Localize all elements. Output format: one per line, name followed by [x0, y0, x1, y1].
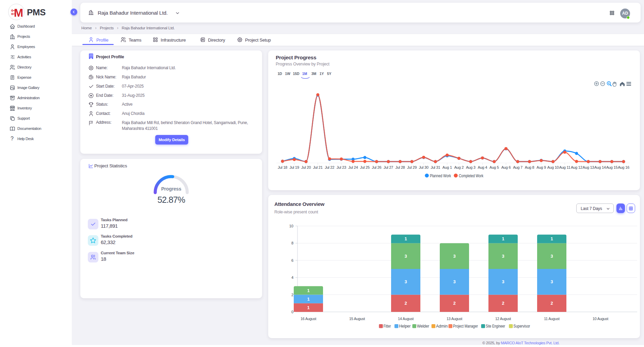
svg-text:Jul 26: Jul 26 [372, 165, 381, 169]
svg-text:Aug 3: Aug 3 [466, 165, 476, 169]
svg-text:0: 0 [291, 310, 293, 314]
svg-text:10 August: 10 August [593, 317, 608, 321]
svg-text:14 August: 14 August [398, 317, 414, 321]
svg-text:6: 6 [291, 258, 293, 262]
svg-text:1: 1 [404, 236, 407, 241]
svg-text:15 August: 15 August [349, 317, 365, 321]
svg-text:Jul 23: Jul 23 [337, 165, 346, 169]
svg-text:3: 3 [502, 279, 504, 284]
svg-text:1: 1 [502, 236, 504, 241]
svg-text:Admin: Admin [436, 324, 448, 329]
svg-text:Completed Work: Completed Work [459, 174, 484, 178]
svg-text:2: 2 [404, 301, 407, 306]
svg-text:Aug 13: Aug 13 [583, 165, 594, 169]
svg-text:16 August: 16 August [301, 317, 316, 321]
svg-text:Aug 9: Aug 9 [536, 165, 546, 169]
svg-text:3: 3 [502, 254, 504, 259]
svg-text:13 August: 13 August [447, 317, 462, 321]
svg-text:Aug 4: Aug 4 [478, 165, 487, 169]
svg-text:Jul 22: Jul 22 [325, 165, 334, 169]
svg-text:Aug 6: Aug 6 [501, 165, 511, 169]
svg-text:3: 3 [550, 279, 553, 284]
svg-text:4: 4 [291, 275, 293, 280]
svg-text:Jul 29: Jul 29 [407, 165, 417, 169]
svg-text:2: 2 [453, 301, 455, 306]
svg-text:3: 3 [404, 279, 407, 284]
svg-text:Aug 10: Aug 10 [547, 165, 559, 169]
svg-text:Jul 27: Jul 27 [384, 165, 393, 169]
svg-text:1: 1 [307, 305, 309, 310]
svg-text:2: 2 [291, 293, 293, 297]
svg-text:M: M [14, 6, 23, 19]
svg-text:Jul 25: Jul 25 [360, 165, 370, 169]
svg-text:Aug 14: Aug 14 [594, 165, 606, 169]
svg-text:Site Engineer: Site Engineer [486, 324, 505, 329]
svg-text:Jul 28: Jul 28 [395, 165, 405, 169]
svg-text:Fitter: Fitter [384, 324, 391, 329]
svg-text:Aug 1: Aug 1 [442, 165, 452, 169]
svg-text:Jul 31: Jul 31 [431, 165, 440, 169]
svg-text:Welder: Welder [417, 324, 429, 329]
svg-text:Aug 15: Aug 15 [606, 165, 618, 169]
svg-text:2: 2 [502, 301, 504, 306]
svg-text:Jul 18: Jul 18 [278, 165, 287, 169]
svg-text:Aug 12: Aug 12 [571, 165, 582, 169]
svg-text:Project Manager: Project Manager [453, 324, 478, 329]
svg-text:Planned Work: Planned Work [430, 174, 451, 178]
svg-text:Jul 21: Jul 21 [313, 165, 323, 169]
svg-text:Aug 16: Aug 16 [618, 165, 629, 169]
svg-text:Jul 19: Jul 19 [290, 165, 299, 169]
svg-text:3: 3 [453, 254, 455, 259]
svg-text:Jul 24: Jul 24 [348, 165, 358, 169]
svg-text:2: 2 [550, 301, 553, 306]
svg-text:12 August: 12 August [495, 317, 511, 321]
svg-text:Helper: Helper [399, 324, 410, 329]
svg-text:Aug 8: Aug 8 [525, 165, 534, 169]
svg-text:1: 1 [550, 236, 553, 241]
svg-text:Supervisor: Supervisor [514, 324, 530, 329]
svg-text:3: 3 [404, 254, 407, 259]
svg-text:1: 1 [307, 297, 309, 302]
svg-text:11 August: 11 August [544, 317, 560, 321]
svg-text:Aug 5: Aug 5 [489, 165, 499, 169]
svg-text:1: 1 [307, 288, 309, 293]
svg-text:3: 3 [550, 254, 553, 259]
svg-text:Jul 30: Jul 30 [419, 165, 429, 169]
svg-text:Jul 20: Jul 20 [301, 165, 311, 169]
svg-text:8: 8 [291, 241, 293, 245]
svg-text:3: 3 [453, 279, 455, 284]
svg-text:Aug 2: Aug 2 [454, 165, 464, 169]
svg-text:Aug 7: Aug 7 [513, 165, 522, 169]
svg-text:Aug 11: Aug 11 [559, 165, 570, 169]
svg-text:10: 10 [289, 224, 293, 228]
